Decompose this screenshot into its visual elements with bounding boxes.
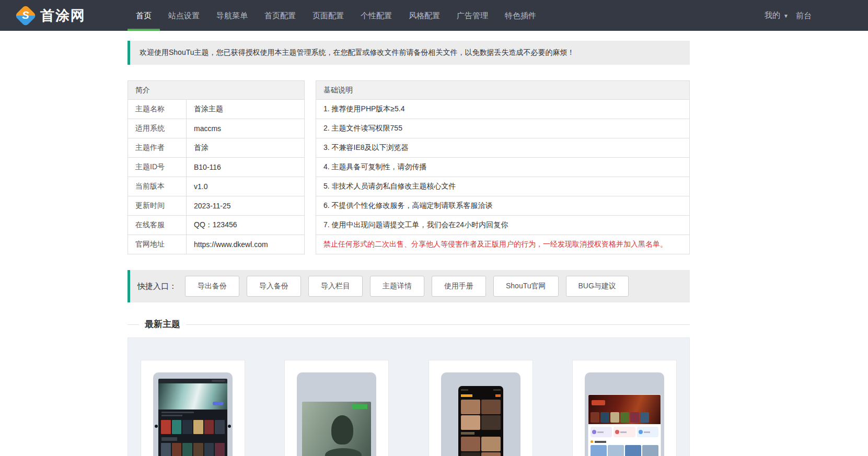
my-dropdown-label: 我的: [765, 10, 780, 19]
front-site-link[interactable]: 前台: [796, 0, 812, 31]
intro-table-header: 简介: [128, 80, 305, 100]
logo-icon: S: [16, 6, 36, 26]
export-backup-button[interactable]: 导出备份: [185, 276, 239, 297]
quick-entry-label: 快捷入口：: [137, 282, 177, 291]
table-row: 4. 主题具备可复制性，请勿传播: [316, 158, 690, 177]
logo-text: 首涂网: [40, 6, 86, 25]
table-row: 2. 主题文件读写权限755: [316, 119, 690, 138]
welcome-alert: 欢迎使用ShouTu主题，您已获得授权使用本主题管理系统，在您配置或修改文件前请…: [128, 41, 690, 65]
my-dropdown[interactable]: 我的▼: [765, 0, 789, 31]
dark-movie-site-preview: [153, 372, 233, 456]
user-manual-button[interactable]: 使用手册: [432, 276, 486, 297]
import-columns-button[interactable]: 导入栏目: [308, 276, 363, 297]
chevron-down-icon: ▼: [783, 13, 789, 19]
table-row: 在线客服 QQ：123456: [128, 216, 305, 235]
import-backup-button[interactable]: 导入备份: [247, 276, 301, 297]
latest-themes-panel: [128, 337, 690, 456]
table-row: 适用系统 maccms: [128, 119, 305, 138]
theme-details-button[interactable]: 主题详情: [370, 276, 424, 297]
site-logo[interactable]: S 首涂网: [16, 0, 86, 31]
latest-themes-title: 最新主题: [128, 318, 690, 330]
video-player-theme-preview: [297, 372, 376, 456]
logo-monogram: S: [16, 6, 36, 26]
nav-item-personal-config[interactable]: 个性配置: [352, 0, 400, 31]
nav-item-featured-plugins[interactable]: 特色插件: [496, 0, 545, 31]
notes-table-header: 基础说明: [316, 80, 690, 100]
light-movie-site-preview: [585, 372, 664, 456]
quick-entry-bar: 快捷入口： 导出备份 导入备份 导入栏目 主题详情 使用手册 ShouTu官网 …: [128, 270, 690, 302]
nav-item-site-settings[interactable]: 站点设置: [160, 0, 208, 31]
table-row: 主题作者 首涂: [128, 138, 305, 158]
notes-table: 基础说明 1. 推荐使用PHP版本≥5.4 2. 主题文件读写权限755 3. …: [316, 80, 690, 254]
shoutu-official-site-button[interactable]: ShouTu官网: [493, 276, 559, 297]
official-site-url: https://www.dkewl.com: [187, 240, 268, 249]
theme-card[interactable]: [429, 360, 533, 456]
table-row: 官网地址 https://www.dkewl.com: [128, 235, 305, 254]
nav-item-nav-menu[interactable]: 导航菜单: [208, 0, 256, 31]
table-row: 3. 不兼容IE8及以下浏览器: [316, 138, 690, 158]
theme-card[interactable]: [284, 360, 389, 456]
table-row: 1. 推荐使用PHP版本≥5.4: [316, 100, 690, 119]
bug-suggestion-button[interactable]: BUG与建议: [566, 276, 629, 297]
table-row: 当前版本 v1.0: [128, 177, 305, 196]
theme-card[interactable]: [141, 360, 245, 456]
theme-card[interactable]: [572, 360, 677, 456]
table-row: 主题ID号 B10-116: [128, 158, 305, 177]
main-nav: 首页 站点设置 导航菜单 首页配置 页面配置 个性配置 风格配置 广告管理 特色…: [128, 0, 545, 31]
mobile-app-theme-preview: [441, 372, 520, 456]
welcome-alert-text: 欢迎使用ShouTu主题，您已获得授权使用本主题管理系统，在您配置或修改文件前请…: [140, 48, 575, 57]
navbar-right: 我的▼ 前台: [765, 0, 812, 31]
nav-item-home[interactable]: 首页: [128, 0, 160, 31]
main-content: 欢迎使用ShouTu主题，您已获得授权使用本主题管理系统，在您配置或修改文件前请…: [128, 41, 690, 456]
table-row: 主题名称 首涂主题: [128, 100, 305, 119]
piracy-warning-text: 禁止任何形式的二次出售、分享他人等侵害作者及正版用户的行为，一经发现取消授权资格…: [316, 235, 690, 254]
page: S 首涂网 首页 站点设置 导航菜单 首页配置 页面配置 个性配置 风格配置 广…: [0, 0, 868, 456]
info-tables: 简介 主题名称 首涂主题 适用系统 maccms 主题作者 首涂 主题ID号 B…: [128, 80, 690, 254]
nav-item-style-config[interactable]: 风格配置: [400, 0, 448, 31]
nav-item-page-config[interactable]: 页面配置: [304, 0, 352, 31]
top-navbar: S 首涂网 首页 站点设置 导航菜单 首页配置 页面配置 个性配置 风格配置 广…: [0, 0, 868, 31]
table-row: 5. 非技术人员请勿私自修改主题核心文件: [316, 177, 690, 196]
nav-item-ad-manage[interactable]: 广告管理: [448, 0, 496, 31]
nav-item-home-config[interactable]: 首页配置: [256, 0, 304, 31]
table-row: 6. 不提供个性化修改服务，高端定制请联系客服洽谈: [316, 196, 690, 216]
table-row: 更新时间 2023-11-25: [128, 196, 305, 216]
intro-table: 简介 主题名称 首涂主题 适用系统 maccms 主题作者 首涂 主题ID号 B…: [128, 80, 305, 254]
table-row: 7. 使用中出现问题请提交工单，我们会在24小时内回复你: [316, 216, 690, 235]
